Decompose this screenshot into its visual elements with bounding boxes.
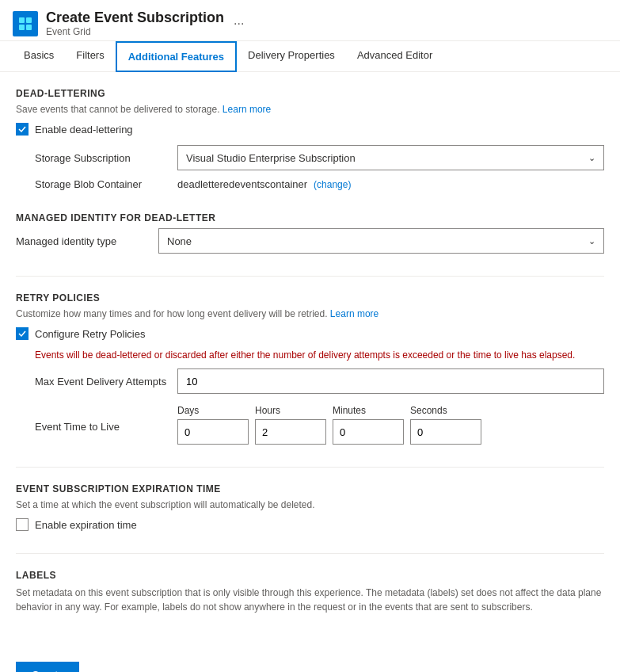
enable-expiration-checkbox[interactable] [16,518,29,531]
page-title: Create Event Subscription [46,10,224,26]
enable-dead-lettering-row: Enable dead-lettering [16,123,604,136]
seconds-group: Seconds [410,405,481,445]
svg-rect-2 [19,25,25,30]
seconds-input[interactable] [410,419,481,445]
svg-rect-1 [26,17,32,23]
enable-dead-lettering-label: Enable dead-lettering [35,124,133,136]
retry-policies-title: RETRY POLICIES [16,292,604,304]
configure-retry-label: Configure Retry Policies [35,328,145,340]
managed-identity-type-row: Managed identity type None ⌄ [16,228,604,254]
max-delivery-input[interactable] [177,368,604,394]
storage-subscription-dropdown[interactable]: Visual Studio Enterprise Subscription ⌄ [177,145,604,170]
storage-subscription-dropdown-arrow: ⌄ [588,153,595,163]
retry-policies-section: RETRY POLICIES Customize how many times … [16,292,604,445]
configure-retry-checkbox[interactable] [16,327,29,340]
event-grid-icon [13,11,38,36]
tab-filters[interactable]: Filters [65,41,115,72]
divider-1 [16,276,604,277]
tab-advanced-editor[interactable]: Advanced Editor [346,41,443,72]
storage-blob-container-label: Storage Blob Container [35,178,177,190]
create-button[interactable]: Create [16,662,79,672]
managed-identity-type-dropdown[interactable]: None ⌄ [158,228,604,254]
dead-lettering-learn-more[interactable]: Learn more [223,104,271,115]
managed-identity-title: MANAGED IDENTITY FOR DEAD-LETTER [16,212,604,223]
days-group: Days [177,405,249,445]
tab-additional-features[interactable]: Additional Features [116,41,237,72]
storage-blob-container-change[interactable]: (change) [314,179,351,190]
days-input[interactable] [177,419,249,445]
page-subtitle: Event Grid [46,26,224,37]
dead-lettering-title: DEAD-LETTERING [16,88,604,99]
days-label: Days [177,405,249,416]
labels-section: LABELS Set metadata on this event subscr… [16,570,604,614]
managed-identity-section: MANAGED IDENTITY FOR DEAD-LETTER Managed… [16,212,604,254]
tab-bar: Basics Filters Additional Features Deliv… [0,41,620,72]
hours-input[interactable] [255,419,326,445]
enable-dead-lettering-checkbox[interactable] [16,123,29,136]
svg-rect-3 [26,25,32,30]
enable-expiration-row: Enable expiration time [16,518,604,531]
max-delivery-label: Max Event Delivery Attempts [35,376,177,388]
event-time-label: Event Time to Live [35,405,177,433]
expiration-section: EVENT SUBSCRIPTION EXPIRATION TIME Set a… [16,483,604,531]
hours-group: Hours [255,405,326,445]
event-time-row: Event Time to Live Days Hours Minutes Se… [16,405,604,445]
page-header: Create Event Subscription Event Grid ··· [0,0,620,41]
storage-subscription-label: Storage Subscription [35,152,177,164]
labels-title: LABELS [16,570,604,581]
expiration-title: EVENT SUBSCRIPTION EXPIRATION TIME [16,483,604,494]
main-content: DEAD-LETTERING Save events that cannot b… [0,72,620,652]
divider-2 [16,467,604,468]
storage-blob-container-value: deadletteredeventscontainer (change) [177,178,604,190]
enable-expiration-label: Enable expiration time [35,519,137,531]
retry-policies-desc: Customize how many times and for how lon… [16,308,604,319]
expiration-desc: Set a time at which the event subscripti… [16,499,604,510]
dead-lettering-desc: Save events that cannot be delivered to … [16,104,604,115]
storage-subscription-row: Storage Subscription Visual Studio Enter… [16,145,604,170]
minutes-label: Minutes [333,405,404,416]
storage-blob-container-row: Storage Blob Container deadletteredevent… [16,178,604,190]
managed-identity-dropdown-arrow: ⌄ [588,236,595,246]
managed-identity-type-label: Managed identity type [16,235,158,247]
svg-rect-0 [19,17,25,23]
more-options-button[interactable]: ··· [234,17,244,31]
footer: Create [0,652,620,672]
time-inputs-group: Days Hours Minutes Seconds [177,405,604,445]
minutes-input[interactable] [333,419,404,445]
tab-basics[interactable]: Basics [13,41,65,72]
tab-delivery-properties[interactable]: Delivery Properties [237,41,346,72]
hours-label: Hours [255,405,326,416]
minutes-group: Minutes [333,405,404,445]
max-delivery-row: Max Event Delivery Attempts [16,368,604,394]
retry-warning: Events will be dead-lettered or discarde… [16,349,604,361]
configure-retry-row: Configure Retry Policies [16,327,604,340]
divider-3 [16,553,604,554]
seconds-label: Seconds [410,405,481,416]
labels-desc: Set metadata on this event subscription … [16,586,604,614]
dead-lettering-section: DEAD-LETTERING Save events that cannot b… [16,88,604,190]
header-text-group: Create Event Subscription Event Grid [46,10,224,37]
retry-policies-learn-more[interactable]: Learn more [330,308,378,319]
